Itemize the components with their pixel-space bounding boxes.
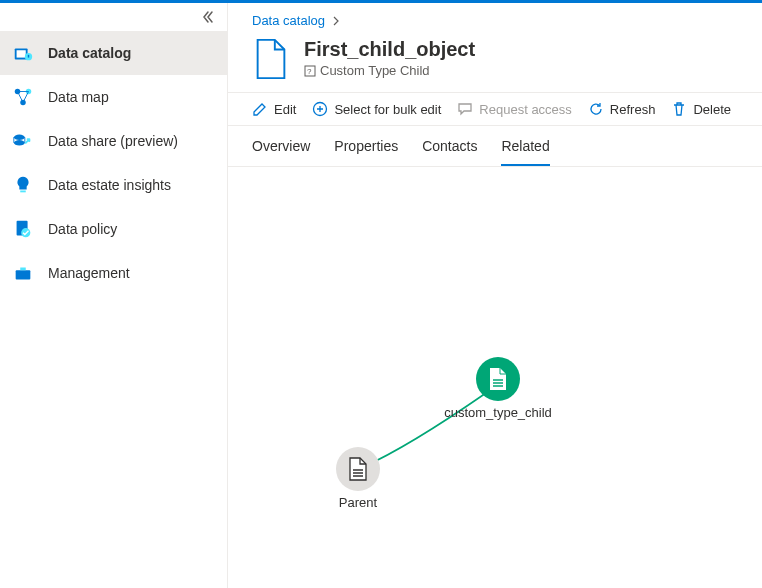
tab-contacts[interactable]: Contacts	[422, 138, 477, 166]
graph-node-parent[interactable]: Parent	[288, 447, 428, 510]
data-share-icon	[12, 130, 34, 152]
comment-icon	[457, 101, 473, 117]
node-label: custom_type_child	[444, 405, 552, 420]
plus-circle-icon	[312, 101, 328, 117]
node-label: Parent	[339, 495, 377, 510]
node-circle	[476, 357, 520, 401]
sidebar-item-label: Data estate insights	[48, 177, 171, 193]
data-catalog-icon	[12, 42, 34, 64]
sidebar-item-label: Data share (preview)	[48, 133, 178, 149]
sidebar-item-insights[interactable]: Data estate insights	[0, 163, 227, 207]
sidebar-item-data-map[interactable]: Data map	[0, 75, 227, 119]
management-icon	[12, 262, 34, 284]
tab-related[interactable]: Related	[501, 138, 549, 166]
delete-button[interactable]: Delete	[671, 101, 731, 117]
refresh-button[interactable]: Refresh	[588, 101, 656, 117]
svg-line-8	[18, 92, 24, 103]
related-graph[interactable]: custom_type_child Parent	[228, 167, 762, 588]
svg-text:?: ?	[307, 67, 312, 76]
svg-rect-15	[16, 270, 31, 279]
request-access-button: Request access	[457, 101, 572, 117]
svg-rect-3	[28, 55, 29, 58]
node-circle	[336, 447, 380, 491]
lightbulb-icon	[12, 174, 34, 196]
edit-button[interactable]: Edit	[252, 101, 296, 117]
breadcrumb: Data catalog	[228, 3, 762, 34]
tab-overview[interactable]: Overview	[252, 138, 310, 166]
sidebar-item-management[interactable]: Management	[0, 251, 227, 295]
svg-rect-12	[20, 191, 26, 193]
select-bulk-button[interactable]: Select for bulk edit	[312, 101, 441, 117]
tabs: Overview Properties Contacts Related	[228, 126, 762, 167]
file-icon	[252, 38, 290, 80]
refresh-icon	[588, 101, 604, 117]
svg-point-11	[14, 140, 25, 146]
sidebar-item-data-catalog[interactable]: Data catalog	[0, 31, 227, 75]
sidebar-item-label: Data policy	[48, 221, 117, 237]
sidebar: Data catalog Data map Data share (previe…	[0, 3, 228, 588]
sidebar-item-data-policy[interactable]: Data policy	[0, 207, 227, 251]
document-icon	[487, 366, 509, 392]
document-icon	[347, 456, 369, 482]
breadcrumb-root[interactable]: Data catalog	[252, 13, 325, 28]
policy-icon	[12, 218, 34, 240]
tab-properties[interactable]: Properties	[334, 138, 398, 166]
page-header: First_child_object ? Custom Type Child	[228, 34, 762, 92]
chevron-right-icon	[331, 16, 341, 26]
data-map-icon	[12, 86, 34, 108]
sidebar-item-data-share[interactable]: Data share (preview)	[0, 119, 227, 163]
svg-line-9	[23, 92, 29, 103]
type-icon: ?	[304, 65, 316, 77]
svg-rect-1	[17, 50, 26, 57]
edit-icon	[252, 101, 268, 117]
sidebar-item-label: Management	[48, 265, 130, 281]
delete-icon	[671, 101, 687, 117]
sidebar-collapse-toggle[interactable]	[0, 3, 227, 31]
svg-rect-16	[20, 268, 26, 271]
page-subtitle: ? Custom Type Child	[304, 63, 475, 78]
chevron-double-left-icon	[201, 10, 215, 24]
svg-point-10	[14, 135, 25, 141]
sidebar-item-label: Data map	[48, 89, 109, 105]
main-content: Data catalog First_child_object ? Custom…	[228, 3, 762, 588]
toolbar: Edit Select for bulk edit Request access…	[228, 92, 762, 126]
graph-node-child[interactable]: custom_type_child	[428, 357, 568, 420]
page-title: First_child_object	[304, 38, 475, 61]
sidebar-item-label: Data catalog	[48, 45, 131, 61]
